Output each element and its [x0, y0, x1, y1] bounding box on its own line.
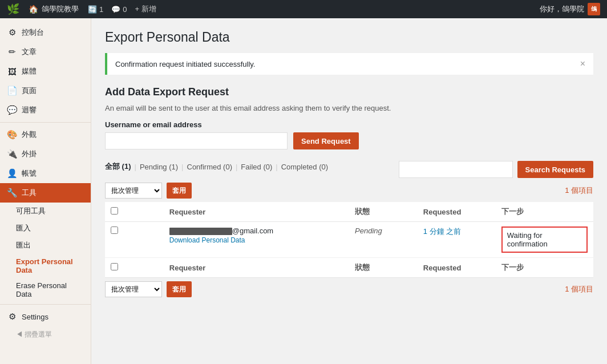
comments-nav-icon: 💬	[7, 105, 17, 115]
requested-time-link[interactable]: 1 分鐘 之前	[423, 227, 461, 236]
request-form: Send Request	[105, 132, 593, 149]
sidebar-item-tools[interactable]: 🔧 工具	[0, 183, 91, 203]
section-description: An email will be sent to the user at thi…	[105, 104, 593, 112]
main-content: Export Personal Data Confirmation reques…	[91, 18, 607, 364]
home-icon: 🏠	[29, 5, 38, 14]
sidebar-item-plugins[interactable]: 🔌 外掛	[0, 144, 91, 164]
tools-icon: 🔧	[7, 188, 17, 198]
table-row: @gmail.com Download Personal Data Pendin…	[105, 222, 593, 258]
sidebar-divider-2	[0, 304, 91, 305]
settings-icon: ⚙	[7, 312, 17, 322]
plugins-icon: 🔌	[7, 149, 17, 159]
topbar: 🌿 🏠 鴿學院教學 🔄 1 💬 0 + 新增 你好，鴿學院 鴿	[0, 0, 607, 18]
comments-icon: 💬	[111, 5, 120, 14]
updates-item[interactable]: 🔄 1	[88, 5, 103, 14]
table-header-row: Requester 狀態 Requested 下一步	[105, 202, 593, 222]
col-status: 狀態	[349, 202, 418, 222]
sidebar-label-tools: 工具	[22, 188, 37, 198]
col-check	[105, 202, 164, 222]
sidebar-sub-export[interactable]: 匯出	[0, 237, 91, 254]
dashboard-icon: ⚙	[7, 27, 17, 38]
filter-failed[interactable]: Failed (0)	[241, 163, 272, 171]
footer-check-col	[105, 258, 164, 278]
bulk-actions-bottom: 批次管理 套用 1 個項目	[105, 281, 593, 297]
sidebar-item-users[interactable]: 👤 帳號	[0, 164, 91, 183]
sidebar-label-comments: 迴響	[22, 105, 37, 115]
filter-all[interactable]: 全部 (1)	[105, 161, 131, 172]
add-new-label: + 新增	[135, 4, 156, 14]
footer-col-requested: Requested	[418, 258, 496, 278]
row-status-cell: Pending	[349, 222, 418, 258]
status-label: Pending	[355, 227, 382, 235]
sidebar-item-comments[interactable]: 💬 迴響	[0, 100, 91, 120]
select-all-checkbox[interactable]	[111, 207, 118, 215]
sidebar-item-appearance[interactable]: 🎨 外觀	[0, 125, 91, 144]
bulk-action-select-top[interactable]: 批次管理	[105, 183, 162, 199]
notice-close-button[interactable]: ×	[580, 59, 585, 69]
add-new-button[interactable]: + 新增	[135, 4, 156, 14]
topbar-items: 🔄 1 💬 0 + 新增	[88, 4, 156, 14]
sidebar-label-posts: 文章	[22, 47, 37, 57]
filter-pending[interactable]: Pending (1)	[140, 163, 178, 171]
apply-button-top[interactable]: 套用	[167, 183, 192, 199]
sidebar-label-settings: Settings	[22, 313, 48, 321]
footer-select-all-checkbox[interactable]	[111, 263, 118, 270]
row-checkbox[interactable]	[111, 227, 118, 234]
sidebar-item-pages[interactable]: 📄 頁面	[0, 81, 91, 100]
notice-text: Confirmation request initiated successfu…	[115, 60, 255, 68]
media-icon: 🖼	[7, 67, 17, 76]
sidebar-item-posts[interactable]: ✏ 文章	[0, 42, 91, 62]
table-toolbar: 全部 (1) | Pending (1) | Confirmed (0) | F…	[105, 161, 593, 178]
items-count-bottom: 1 個項目	[565, 284, 593, 294]
filter-completed[interactable]: Completed (0)	[281, 163, 328, 171]
sidebar-item-dashboard[interactable]: ⚙ 控制台	[0, 23, 91, 42]
email-field-label: Username or email address	[105, 120, 593, 129]
avatar[interactable]: 鴿	[588, 3, 600, 15]
appearance-icon: 🎨	[7, 130, 17, 140]
bulk-action-select-bottom[interactable]: 批次管理	[105, 281, 162, 297]
sidebar: ⚙ 控制台 ✏ 文章 🖼 媒體 📄 頁面 💬 迴響 🎨 外觀 🔌 外掛	[0, 18, 91, 364]
footer-col-requester: Requester	[164, 258, 349, 278]
sidebar-sub-import[interactable]: 匯入	[0, 220, 91, 237]
search-requests-button[interactable]: Search Requests	[517, 161, 594, 178]
col-requester: Requester	[164, 202, 349, 222]
sidebar-sub-export-personal-data[interactable]: Export Personal Data	[0, 254, 91, 278]
bulk-actions-top: 批次管理 套用 1 個項目	[105, 183, 593, 199]
users-icon: 👤	[7, 168, 17, 179]
download-personal-data-link[interactable]: Download Personal Data	[169, 236, 343, 244]
sidebar-label-media: 媒體	[22, 66, 37, 76]
comments-item[interactable]: 💬 0	[111, 5, 127, 14]
sidebar-label-users: 帳號	[22, 168, 37, 179]
items-count-top: 1 個項目	[565, 185, 593, 196]
site-name: 鴿學院教學	[42, 4, 79, 14]
sidebar-item-settings[interactable]: ⚙ Settings	[0, 307, 91, 326]
sidebar-label-pages: 頁面	[22, 86, 37, 96]
comments-count: 0	[123, 5, 127, 14]
sidebar-collapse-menu[interactable]: ◀ 摺疊選單	[0, 326, 91, 343]
filter-confirmed[interactable]: Confirmed (0)	[187, 163, 232, 171]
posts-icon: ✏	[7, 47, 17, 57]
success-notice: Confirmation request initiated successfu…	[105, 53, 593, 75]
apply-button-bottom[interactable]: 套用	[167, 281, 192, 297]
sidebar-label-appearance: 外觀	[22, 130, 37, 140]
col-next-step: 下一步	[496, 202, 593, 222]
sidebar-sub-erase-personal-data[interactable]: Erase Personal Data	[0, 278, 91, 302]
table-footer-row: Requester 狀態 Requested 下一步	[105, 258, 593, 278]
send-request-button[interactable]: Send Request	[293, 132, 359, 149]
row-requested-cell: 1 分鐘 之前	[418, 222, 496, 258]
sidebar-sub-available-tools[interactable]: 可用工具	[0, 203, 91, 220]
requested-time: 1 分鐘 之前	[423, 227, 461, 236]
sidebar-item-media[interactable]: 🖼 媒體	[0, 62, 91, 81]
search-input[interactable]	[399, 161, 513, 178]
username-email-input[interactable]	[105, 132, 288, 149]
site-link[interactable]: 🏠 鴿學院教學	[29, 4, 79, 14]
filter-bar: 全部 (1) | Pending (1) | Confirmed (0) | F…	[105, 161, 328, 172]
sidebar-divider-1	[0, 122, 91, 123]
updates-icon: 🔄	[88, 5, 97, 14]
sidebar-label-dashboard: 控制台	[22, 27, 44, 38]
wp-logo-icon[interactable]: 🌿	[7, 3, 19, 15]
footer-col-status: 狀態	[349, 258, 418, 278]
updates-count: 1	[99, 5, 103, 14]
footer-col-next-step: 下一步	[496, 258, 593, 278]
col-requested: Requested	[418, 202, 496, 222]
